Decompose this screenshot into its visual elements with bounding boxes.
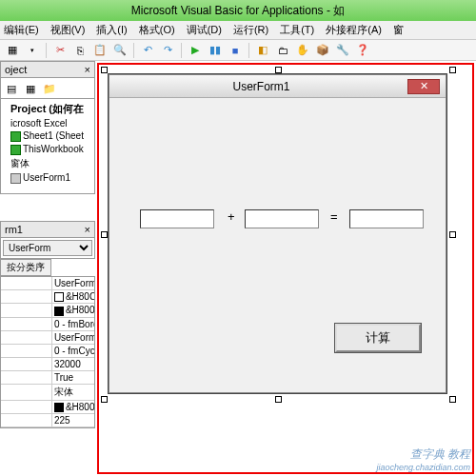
property-row[interactable]: &H80000 [1, 304, 94, 317]
properties-grid: UserForm1&H80C&H800000 - fmBordUserForm1… [0, 276, 95, 428]
folder-icon[interactable]: 📁 [41, 80, 58, 97]
resize-handle[interactable] [449, 396, 456, 403]
property-row[interactable]: True [1, 371, 94, 385]
menu-debug[interactable]: 调试(D) [187, 23, 222, 37]
properties-icon[interactable]: ✋ [294, 42, 311, 59]
userform-titlebar[interactable]: UserForm1 ✕ [109, 75, 446, 98]
app-title: Microsoft Visual Basic for Applications … [131, 3, 346, 19]
toolbox-icon[interactable]: 🔧 [334, 42, 351, 59]
menubar: 编辑(E) 视图(V) 插入(I) 格式(O) 调试(D) 运行(R) 工具(T… [0, 21, 476, 40]
project-explorer-icon[interactable]: 🗀 [274, 42, 291, 59]
resize-handle[interactable] [101, 231, 108, 238]
project-userform[interactable]: UserForm1 [3, 171, 92, 185]
copy-icon[interactable]: ⎘ [71, 42, 89, 59]
property-row[interactable]: 0 - fmCycl [1, 345, 94, 358]
view-object-icon[interactable]: ▦ [22, 80, 39, 97]
design-icon[interactable]: ◧ [254, 42, 271, 59]
project-workbook[interactable]: ThisWorkbook [3, 143, 92, 156]
userform-body[interactable]: + = 计算 [111, 100, 444, 390]
resize-handle[interactable] [275, 396, 282, 403]
project-sheet[interactable]: Sheet1 (Sheet [3, 129, 92, 143]
property-row[interactable]: 0 - fmBord [1, 318, 94, 331]
object-select[interactable]: UserForm [3, 240, 92, 256]
break-icon[interactable]: ▮▮ [207, 42, 224, 59]
label-equals: = [328, 209, 340, 224]
property-row[interactable]: &H80C [1, 290, 94, 304]
menu-format[interactable]: 格式(O) [139, 23, 175, 37]
project-excel[interactable]: icrosoft Excel [3, 117, 92, 129]
project-forms-folder[interactable]: 窗体 [3, 156, 92, 171]
menu-run[interactable]: 运行(R) [233, 23, 268, 37]
object-browser-icon[interactable]: 📦 [314, 42, 331, 59]
paste-icon[interactable]: 📋 [91, 42, 109, 59]
help-icon[interactable]: ❓ [354, 42, 371, 59]
textbox-operand1[interactable] [140, 209, 214, 228]
resize-handle[interactable] [101, 396, 108, 403]
label-plus: + [226, 209, 237, 224]
textbox-result[interactable] [349, 209, 424, 228]
textbox-operand2[interactable] [245, 209, 319, 228]
dropdown-icon[interactable]: ▾ [24, 42, 41, 59]
property-row[interactable]: UserForm1 [1, 331, 94, 345]
form-designer: UserForm1 ✕ + = 计算 [97, 63, 474, 474]
close-icon[interactable]: ✕ [407, 79, 440, 94]
view-icon[interactable]: ▦ [4, 42, 21, 59]
menu-edit[interactable]: 编辑(E) [4, 23, 39, 37]
menu-addins[interactable]: 外接程序(A) [326, 23, 382, 37]
app-titlebar: Microsoft Visual Basic for Applications … [0, 0, 476, 21]
property-row[interactable]: 225 [1, 414, 94, 427]
menu-window[interactable]: 窗 [393, 23, 404, 37]
menu-insert[interactable]: 插入(I) [96, 23, 127, 37]
left-panels: oject × ▤ ▦ 📁 Project (如何在 icrosoft Exce… [0, 61, 95, 476]
resize-handle[interactable] [275, 67, 282, 73]
property-row[interactable]: 32000 [1, 358, 94, 371]
view-code-icon[interactable]: ▤ [3, 80, 20, 97]
redo-icon[interactable]: ↷ [159, 42, 176, 59]
reset-icon[interactable]: ■ [227, 42, 244, 59]
resize-handle[interactable] [449, 231, 456, 238]
userform-title: UserForm1 [115, 80, 407, 93]
menu-view[interactable]: 视图(V) [50, 23, 86, 37]
property-row[interactable]: UserForm1 [1, 277, 94, 290]
undo-icon[interactable]: ↶ [139, 42, 156, 59]
find-icon[interactable]: 🔍 [111, 42, 129, 59]
run-icon[interactable]: ▶ [187, 42, 204, 59]
project-panel-header: oject × [0, 61, 95, 78]
menu-tools[interactable]: 工具(T) [280, 23, 314, 37]
properties-tab-categorized[interactable]: 按分类序 [0, 259, 51, 276]
userform-window[interactable]: UserForm1 ✕ + = 计算 [109, 74, 446, 393]
resize-handle[interactable] [101, 67, 108, 73]
calculate-button[interactable]: 计算 [335, 324, 421, 352]
properties-panel-header: rm1 × [0, 221, 95, 238]
toolbar: ▦ ▾ ✂ ⎘ 📋 🔍 ↶ ↷ ▶ ▮▮ ■ ◧ 🗀 ✋ 📦 🔧 ❓ [0, 40, 476, 61]
cut-icon[interactable]: ✂ [51, 42, 69, 59]
project-root[interactable]: Project (如何在 [3, 101, 92, 117]
resize-handle[interactable] [449, 67, 456, 73]
property-row[interactable]: &H80000 [1, 401, 94, 414]
property-row[interactable]: 宋体 [1, 385, 94, 401]
close-icon[interactable]: × [85, 64, 90, 75]
close-icon[interactable]: × [85, 224, 90, 235]
